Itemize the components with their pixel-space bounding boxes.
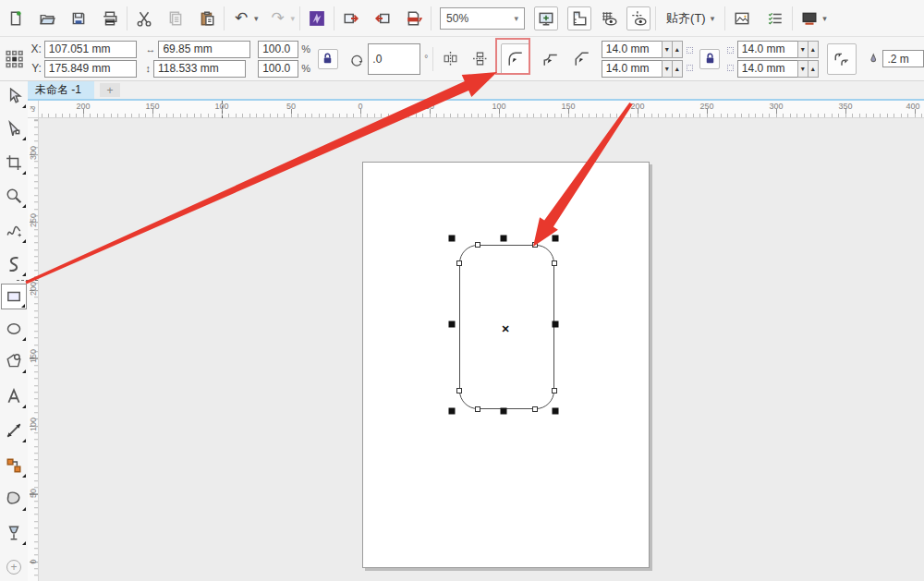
connector-tool[interactable] [1,453,27,478]
cut-button[interactable] [132,6,156,30]
corner-node[interactable] [456,388,462,393]
corner-radius-bottom-right-input[interactable]: 14.0 mm [737,60,798,78]
ellipse-tool[interactable] [1,316,27,342]
h-ruler-label: 200 [76,102,90,111]
show-rulers-icon [571,10,588,27]
freehand-tool[interactable] [1,218,27,244]
redo-dropdown[interactable]: ▾ [291,14,296,23]
pick-tool[interactable] [1,83,27,109]
redo-button[interactable]: ↷ [266,6,290,30]
zoom-level-combo[interactable]: 50% ▾ [440,7,525,30]
options-button[interactable] [763,6,787,30]
spinner-up[interactable]: ▴ [808,60,819,78]
preview-settings-icon [734,10,750,27]
relative-corner-scaling-button[interactable] [827,43,857,75]
corner-node[interactable] [532,406,538,412]
dimension-tool[interactable] [1,418,27,443]
rectangle-tool[interactable] [1,284,27,309]
preview-settings-button[interactable] [730,6,754,30]
copy-icon [167,10,184,27]
corner-node[interactable] [552,260,557,266]
new-document-icon [7,10,24,27]
copy-button[interactable] [164,6,188,30]
zoom-tool[interactable] [1,183,27,209]
crop-tool[interactable] [1,150,27,176]
more-tools-button[interactable]: + [1,554,27,580]
flyout-indicator [21,304,25,308]
chamfered-corner-button[interactable] [570,47,594,71]
shape-tool[interactable] [1,115,27,141]
new-document-button[interactable] [4,6,28,30]
spinner-up[interactable]: ▴ [672,60,683,78]
outline-width-input[interactable]: .2 m [882,50,924,67]
scale-vertical-input[interactable]: 100.0 [258,60,298,78]
corner-radius-top-left-input[interactable]: 14.0 mm [602,41,663,58]
show-rulers-button[interactable] [567,6,591,30]
shape-tool-icon [6,120,22,137]
app-launcher-button[interactable] [797,6,821,30]
corner-radius-bottom-left-input[interactable]: 14.0 mm [602,60,663,78]
edit-corners-together-button[interactable] [699,49,720,69]
mirror-horizontal-button[interactable] [438,47,462,71]
selection-handle[interactable] [553,236,559,242]
import-button[interactable] [339,6,363,30]
corner-node[interactable] [532,242,538,248]
vertical-ruler[interactable]: 300 250 200 150 100 50 0 [28,118,39,581]
selection-handle[interactable] [501,408,507,415]
selection-handle[interactable] [553,408,559,415]
launcher-dropdown[interactable]: ▾ [822,14,827,23]
corner-node[interactable] [552,388,557,393]
corner-node[interactable] [475,406,480,412]
drawing-canvas[interactable]: ✕ [39,118,924,581]
y-position-input[interactable]: 175.849 mm [44,60,137,78]
fullscreen-preview-button[interactable] [534,6,558,30]
show-grid-icon [601,10,617,27]
selection-handle[interactable] [449,408,456,415]
zoom-tool-icon [6,188,22,204]
artistic-media-tool[interactable] [1,251,27,277]
print-button[interactable] [98,6,122,30]
corner-node[interactable] [456,260,462,266]
lock-ratio-button[interactable] [318,49,338,69]
drop-shadow-tool[interactable] [1,486,27,512]
snap-to-dropdown[interactable]: 贴齐(T) ▾ [661,6,720,30]
spinner-up[interactable]: ▴ [808,41,819,58]
text-tool[interactable] [1,383,27,409]
document-tab[interactable]: 未命名 -1 [28,81,94,99]
object-width-input[interactable]: 69.85 mm [158,41,250,58]
mirror-horizontal-icon [443,51,458,67]
horizontal-ruler[interactable]: 200 150 100 50 0 50 100 150 200 250 300 … [39,101,924,118]
paste-button[interactable] [195,6,219,30]
save-button[interactable] [67,6,91,30]
chevron-down-icon: ▾ [711,14,715,23]
corner-radius-top-right-input[interactable]: 14.0 mm [737,41,798,58]
publish-pdf-button[interactable] [402,6,426,30]
show-guidelines-button[interactable] [626,6,650,30]
selection-handle[interactable] [449,321,456,328]
lock-corners-icon [703,52,717,66]
object-width-icon: ↔ [145,43,155,54]
spinner-up[interactable]: ▴ [672,41,683,58]
selection-handle[interactable] [501,236,507,242]
ruler-origin-icon: ⅋ [30,105,35,114]
undo-button[interactable]: ↶ [229,6,253,30]
corner-node[interactable] [475,242,480,248]
undo-dropdown[interactable]: ▾ [254,14,259,23]
mirror-vertical-button[interactable] [468,47,492,71]
transparency-tool[interactable] [1,520,27,546]
open-button[interactable] [35,6,59,30]
selection-handle[interactable] [553,321,559,328]
export-button[interactable] [371,6,395,30]
rotation-angle-input[interactable]: .0 [368,43,419,75]
polygon-tool[interactable] [1,348,27,374]
show-grid-button[interactable] [597,6,621,30]
ruler-origin-button[interactable]: ⅋ [28,101,39,118]
round-corner-button[interactable] [501,43,530,75]
object-height-input[interactable]: 118.533 mm [153,60,246,78]
x-position-input[interactable]: 107.051 mm [44,41,137,58]
new-tab-button[interactable]: + [100,83,120,97]
scalloped-corner-button[interactable] [539,47,563,71]
selection-handle[interactable] [449,236,456,242]
scale-horizontal-input[interactable]: 100.0 [258,41,298,58]
welcome-screen-button[interactable] [305,6,329,30]
